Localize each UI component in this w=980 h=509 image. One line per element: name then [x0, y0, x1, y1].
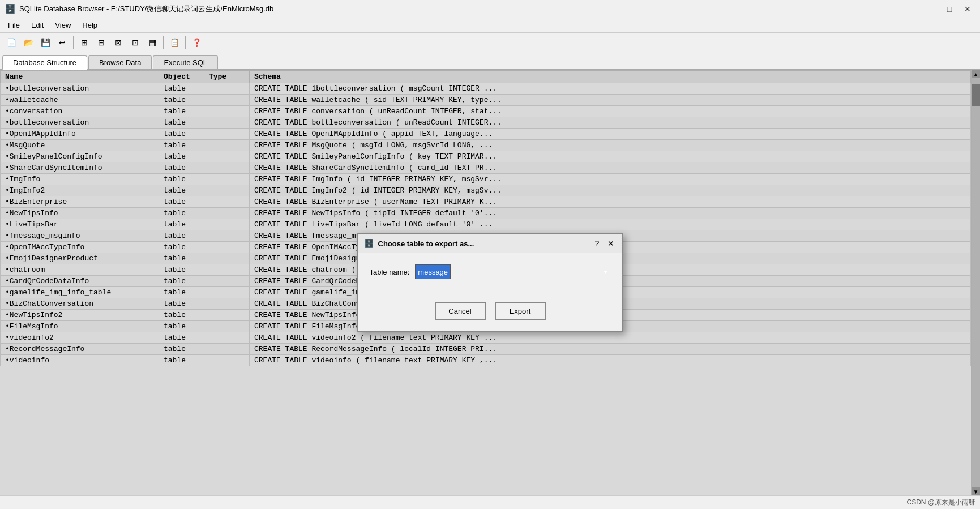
maximize-button[interactable]: □: [942, 2, 957, 16]
toolbar-clipboard[interactable]: 📋: [166, 35, 182, 50]
title-bar: 🗄️ SQLite Database Browser - E:/STUDY/微信…: [0, 0, 980, 18]
title-bar-left: 🗄️ SQLite Database Browser - E:/STUDY/微信…: [5, 3, 273, 14]
menu-help[interactable]: Help: [76, 20, 103, 31]
tab-database-structure[interactable]: Database Structure: [2, 55, 87, 70]
toolbar-btn1[interactable]: ⊞: [76, 35, 92, 50]
dialog-row: Table name: message: [370, 264, 611, 279]
toolbar: 📄 📂 💾 ↩ ⊞ ⊟ ⊠ ⊡ ▦ 📋 ❓: [0, 33, 980, 52]
toolbar-separator-1: [73, 36, 74, 49]
toolbar-help[interactable]: ❓: [189, 35, 204, 50]
toolbar-new[interactable]: 📄: [3, 35, 19, 50]
menu-edit[interactable]: Edit: [25, 20, 49, 31]
toolbar-btn2[interactable]: ⊟: [93, 35, 109, 50]
dialog-table-select[interactable]: message: [415, 264, 451, 279]
status-bar: CSDN @原来是小雨呀: [0, 495, 980, 509]
toolbar-save[interactable]: 💾: [37, 35, 53, 50]
menu-bar: File Edit View Help: [0, 18, 980, 33]
tab-bar: Database Structure Browse Data Execute S…: [0, 52, 980, 70]
cancel-button[interactable]: Cancel: [435, 302, 486, 320]
dialog-db-icon: 🗄️: [364, 239, 374, 248]
export-dialog: 🗄️ Choose table to export as... ? ✕ Tabl…: [357, 233, 623, 332]
dialog-title-controls: ? ✕: [592, 238, 617, 249]
menu-view[interactable]: View: [49, 20, 76, 31]
dialog-title-bar: 🗄️ Choose table to export as... ? ✕: [358, 234, 622, 253]
tab-execute-sql[interactable]: Execute SQL: [153, 55, 218, 69]
toolbar-btn3[interactable]: ⊠: [110, 35, 126, 50]
dialog-table-label: Table name:: [370, 268, 410, 276]
export-button[interactable]: Export: [495, 302, 546, 320]
status-text: CSDN @原来是小雨呀: [906, 498, 975, 507]
dialog-select-wrapper: message: [415, 264, 610, 279]
tab-browse-data[interactable]: Browse Data: [88, 55, 152, 69]
toolbar-open[interactable]: 📂: [20, 35, 36, 50]
toolbar-btn5[interactable]: ▦: [144, 35, 160, 50]
close-button[interactable]: ✕: [960, 2, 975, 16]
window-title: SQLite Database Browser - E:/STUDY/微信聊天记…: [19, 4, 273, 14]
dialog-close-btn[interactable]: ✕: [605, 238, 617, 249]
toolbar-btn4[interactable]: ⊡: [127, 35, 143, 50]
db-icon: 🗄️: [5, 3, 16, 14]
main-area: Name Object Type Schema •bottleconversat…: [0, 70, 980, 495]
dialog-footer: Cancel Export: [358, 296, 622, 331]
dialog-title-text: Choose table to export as...: [378, 239, 474, 248]
toolbar-undo[interactable]: ↩: [54, 35, 70, 50]
toolbar-separator-3: [185, 36, 186, 49]
menu-file[interactable]: File: [2, 20, 25, 31]
dialog-help-btn[interactable]: ?: [592, 238, 603, 249]
dialog-title-content: 🗄️ Choose table to export as...: [364, 239, 474, 248]
toolbar-separator-2: [163, 36, 164, 49]
dialog-body: Table name: message: [358, 253, 622, 296]
title-bar-controls: — □ ✕: [923, 2, 975, 16]
minimize-button[interactable]: —: [923, 2, 939, 16]
dialog-overlay: 🗄️ Choose table to export as... ? ✕ Tabl…: [0, 70, 980, 495]
